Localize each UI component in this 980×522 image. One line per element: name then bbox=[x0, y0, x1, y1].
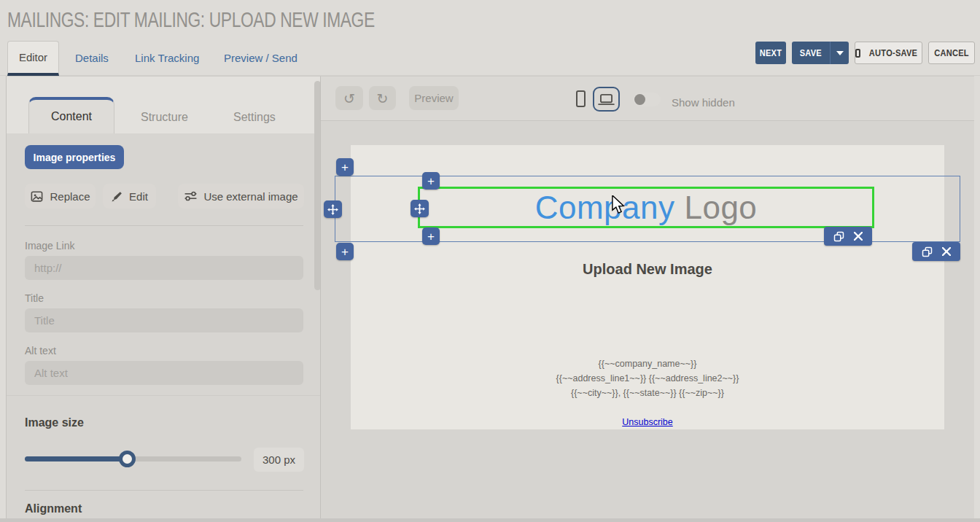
save-button-label: SAVE bbox=[800, 47, 822, 58]
header-actions: NEXT SAVE AUTO-SAVE CANCEL bbox=[755, 42, 975, 64]
row-selection-toolbar bbox=[912, 242, 960, 261]
undo-button[interactable]: ↺ bbox=[335, 86, 363, 110]
replace-button-label: Replace bbox=[50, 190, 90, 203]
delete-image-button[interactable] bbox=[854, 232, 863, 241]
title-input[interactable] bbox=[25, 308, 303, 332]
auto-save-checkbox[interactable] bbox=[855, 49, 860, 58]
image-selection-toolbar bbox=[824, 227, 872, 246]
toggle-knob bbox=[634, 94, 645, 105]
image-link-input[interactable] bbox=[25, 256, 303, 280]
duplicate-image-button[interactable] bbox=[833, 231, 844, 242]
panel-tab-content[interactable]: Content bbox=[28, 97, 114, 133]
tab-preview-send[interactable]: Preview / Send bbox=[224, 52, 298, 64]
laptop-icon bbox=[598, 93, 615, 106]
show-hidden-label: Show hidden bbox=[672, 96, 735, 109]
merge-line-company: {{~~company_name~~}} bbox=[351, 357, 944, 371]
merge-line-address: {{~~address_line1~~}} {{~~address_line2~… bbox=[351, 371, 944, 386]
next-button[interactable]: NEXT bbox=[755, 42, 786, 64]
auto-save-button[interactable]: AUTO-SAVE bbox=[855, 42, 922, 64]
alt-text-input[interactable] bbox=[25, 361, 303, 385]
divider bbox=[25, 490, 303, 491]
duplicate-icon bbox=[922, 246, 933, 257]
duplicate-row-button[interactable] bbox=[922, 246, 933, 257]
unsubscribe-link[interactable]: Unsubscribe bbox=[622, 417, 672, 427]
image-drag-handle[interactable] bbox=[411, 200, 429, 217]
merge-line-city-state-zip: {{~~city~~}}, {{~~state~~}} {{~~zip~~}} bbox=[351, 386, 944, 400]
mobile-view-icon[interactable] bbox=[576, 90, 586, 107]
unsubscribe-row: Unsubscribe bbox=[351, 415, 944, 428]
image-link-label: Image Link bbox=[25, 240, 74, 252]
image-size-heading: Image size bbox=[25, 416, 84, 429]
selected-image-block[interactable]: CompanyLogo bbox=[418, 187, 874, 228]
add-block-above-row-button[interactable]: + bbox=[336, 158, 354, 176]
use-external-image-button[interactable]: Use external image bbox=[178, 184, 304, 209]
logo-text-logo: Logo bbox=[684, 190, 757, 225]
edit-button[interactable]: Edit bbox=[103, 184, 156, 209]
company-logo-image[interactable]: CompanyLogo bbox=[535, 190, 758, 226]
properties-panel: Content Structure Settings Image propert… bbox=[6, 76, 320, 522]
image-size-thumb[interactable] bbox=[119, 451, 136, 467]
merge-tags-block[interactable]: {{~~company_name~~}} {{~~address_line1~~… bbox=[351, 357, 944, 400]
title-label: Title bbox=[25, 292, 44, 304]
auto-save-label: AUTO-SAVE bbox=[869, 47, 917, 58]
tab-link-tracking[interactable]: Link Tracking bbox=[135, 52, 199, 64]
alt-text-label: Alt text bbox=[25, 345, 56, 357]
show-hidden-toggle[interactable] bbox=[633, 93, 661, 106]
chevron-down-icon bbox=[836, 51, 844, 55]
image-size-fill bbox=[25, 456, 127, 461]
divider bbox=[25, 225, 303, 226]
editor-canvas: ↺ ↻ Preview Show hidden Upload New Image… bbox=[320, 76, 974, 522]
row-drag-handle[interactable] bbox=[324, 200, 342, 218]
move-icon bbox=[327, 203, 339, 216]
tab-details[interactable]: Details bbox=[75, 52, 109, 64]
save-button-main[interactable]: SAVE bbox=[792, 42, 830, 64]
panel-tab-settings[interactable]: Settings bbox=[233, 111, 276, 124]
alignment-heading: Alignment bbox=[25, 502, 82, 515]
close-icon bbox=[854, 232, 863, 241]
delete-row-button[interactable] bbox=[942, 247, 951, 256]
duplicate-icon bbox=[833, 231, 844, 242]
save-button[interactable]: SAVE bbox=[792, 42, 849, 64]
logo-text-company: Company bbox=[535, 190, 675, 225]
swap-icon bbox=[184, 190, 198, 202]
image-icon bbox=[30, 190, 44, 203]
brush-icon bbox=[111, 190, 123, 203]
move-icon bbox=[413, 203, 426, 215]
section-divider bbox=[7, 395, 320, 396]
close-icon bbox=[942, 247, 951, 256]
email-heading[interactable]: Upload New Image bbox=[351, 261, 944, 278]
cancel-button[interactable]: CANCEL bbox=[928, 42, 975, 64]
panel-tab-structure[interactable]: Structure bbox=[141, 111, 188, 124]
preview-button[interactable]: Preview bbox=[409, 86, 459, 110]
image-size-slider[interactable] bbox=[25, 456, 241, 461]
image-properties-badge: Image properties bbox=[25, 145, 124, 169]
replace-button[interactable]: Replace bbox=[25, 184, 96, 209]
panel-tab-strip: Content Structure Settings bbox=[7, 77, 320, 133]
add-block-below-row-button[interactable]: + bbox=[336, 243, 354, 260]
use-external-image-label: Use external image bbox=[203, 190, 298, 203]
tab-editor[interactable]: Editor bbox=[7, 41, 59, 76]
next-button-label: NEXT bbox=[760, 47, 782, 58]
canvas-toolbar: ↺ ↻ Preview Show hidden bbox=[321, 77, 974, 121]
add-block-above-image-button[interactable]: + bbox=[422, 172, 440, 190]
image-size-value: 300 px bbox=[254, 448, 304, 472]
page-title: MAILINGS: EDIT MAILING: UPLOAD NEW IMAGE bbox=[7, 7, 375, 32]
edit-button-label: Edit bbox=[129, 190, 148, 203]
redo-button[interactable]: ↻ bbox=[369, 86, 396, 110]
horizontal-scrollbar[interactable] bbox=[0, 518, 980, 522]
save-dropdown-button[interactable] bbox=[830, 42, 849, 64]
desktop-view-button[interactable] bbox=[593, 87, 620, 112]
add-block-below-image-button[interactable]: + bbox=[422, 227, 440, 245]
cancel-button-label: CANCEL bbox=[934, 47, 969, 58]
